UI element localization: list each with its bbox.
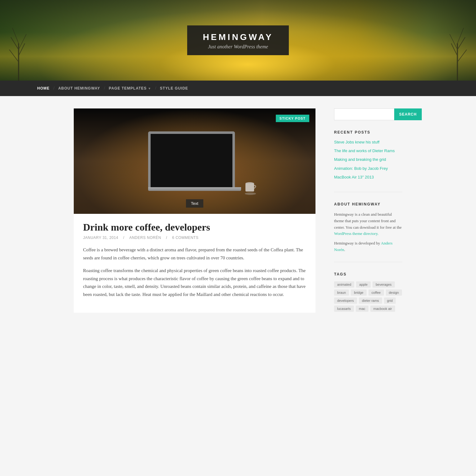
tree-left-icon bbox=[6, 19, 31, 81]
nav-home[interactable]: HOME bbox=[37, 81, 50, 96]
laptop-illustration bbox=[74, 108, 315, 214]
post-thumbnail: STICKY POST Text bbox=[74, 108, 315, 214]
meta-separator-1: / bbox=[123, 236, 124, 240]
about-theme-link[interactable]: WordPress theme directory. bbox=[334, 231, 379, 236]
svg-line-8 bbox=[451, 43, 457, 56]
recent-posts-list: Steve Jobs knew his stuffThe life and wo… bbox=[334, 139, 402, 180]
tag-item[interactable]: bridge bbox=[351, 289, 367, 296]
svg-line-9 bbox=[457, 37, 465, 50]
post-comments[interactable]: 6 COMMENTS bbox=[172, 236, 198, 240]
about-text-1: Hemingway is a clean and beautiful theme… bbox=[334, 212, 402, 230]
dropdown-arrow-icon: ▼ bbox=[148, 87, 151, 90]
site-header: HEMINGWAY Just another WordPress theme bbox=[0, 0, 476, 81]
svg-line-1 bbox=[9, 50, 19, 62]
post-author[interactable]: ANDERS NORÉN bbox=[129, 236, 161, 240]
svg-line-3 bbox=[11, 37, 19, 50]
post-article: STICKY POST Text Drink more coffee, deve… bbox=[74, 108, 315, 313]
about-text: Hemingway is a clean and beautiful theme… bbox=[334, 211, 402, 237]
post-date: JANUARY 31, 2014 bbox=[83, 236, 118, 240]
tags-title: TAGS bbox=[334, 272, 402, 276]
tag-item[interactable]: animated bbox=[334, 281, 354, 288]
recent-posts-title: RECENT POSTS bbox=[334, 130, 402, 134]
tag-item[interactable]: macbook air bbox=[370, 306, 395, 312]
recent-post-link[interactable]: Steve Jobs knew his stuff bbox=[334, 139, 402, 145]
tag-item[interactable]: design bbox=[386, 289, 402, 296]
recent-post-link[interactable]: Animation: Bob by Jacob Frey bbox=[334, 166, 402, 171]
tag-item[interactable]: mac bbox=[356, 306, 368, 312]
post-body: Drink more coffee, developers JANUARY 31… bbox=[74, 214, 315, 313]
tags-widget: TAGS animatedapplebeveragesbraunbridgeco… bbox=[334, 272, 402, 320]
svg-line-4 bbox=[19, 34, 26, 50]
recent-post-link[interactable]: MacBook Air 13″ 2013 bbox=[334, 174, 402, 180]
tags-list: animatedapplebeveragesbraunbridgecoffeed… bbox=[334, 281, 402, 312]
site-navigation: HOME / ABOUT HEMINGWAY / PAGE TEMPLATES … bbox=[0, 81, 476, 96]
tag-item[interactable]: beverages bbox=[372, 281, 394, 288]
sticky-badge: STICKY POST bbox=[276, 115, 309, 122]
post-meta: JANUARY 31, 2014 / ANDERS NORÉN / 6 COMM… bbox=[83, 236, 306, 240]
nav-separator-3: / bbox=[151, 86, 160, 91]
search-input[interactable] bbox=[334, 108, 394, 120]
post-paragraph-1: Coffee is a brewed beverage with a disti… bbox=[83, 246, 306, 262]
tag-item[interactable]: developers bbox=[334, 298, 357, 304]
coffee-cup-icon bbox=[241, 177, 260, 195]
sidebar: SEARCH RECENT POSTS Steve Jobs knew his … bbox=[334, 108, 402, 330]
tag-item[interactable]: grid bbox=[384, 298, 396, 304]
site-content: STICKY POST Text Drink more coffee, deve… bbox=[68, 108, 408, 330]
svg-point-14 bbox=[245, 182, 254, 185]
nav-style-guide[interactable]: STYLE GUIDE bbox=[160, 81, 188, 96]
about-title: ABOUT HEMINGWAY bbox=[334, 202, 402, 206]
search-widget: SEARCH bbox=[334, 108, 402, 120]
laptop-base bbox=[148, 187, 241, 191]
tree-right-icon bbox=[445, 19, 470, 81]
tag-item[interactable]: apple bbox=[356, 281, 371, 288]
tag-item[interactable]: braun bbox=[334, 289, 349, 296]
about-text-2: Hemingway is developed by Anders Norén. bbox=[334, 240, 402, 253]
image-text-badge: Text bbox=[186, 199, 203, 208]
nav-page-templates[interactable]: PAGE TEMPLATES ▼ bbox=[109, 81, 151, 96]
tag-item[interactable]: lucasarts bbox=[334, 306, 354, 312]
nav-about[interactable]: ABOUT HEMINGWAY bbox=[58, 81, 100, 96]
svg-line-2 bbox=[19, 43, 25, 56]
recent-post-link[interactable]: The life and works of Dieter Rams bbox=[334, 148, 402, 154]
post-title[interactable]: Drink more coffee, developers bbox=[83, 221, 306, 233]
svg-line-7 bbox=[457, 50, 467, 62]
tag-item[interactable]: dieter rams bbox=[359, 298, 382, 304]
about-widget: ABOUT HEMINGWAY Hemingway is a clean and… bbox=[334, 202, 402, 262]
laptop-icon bbox=[148, 131, 241, 191]
recent-post-link[interactable]: Making and breaking the grid bbox=[334, 157, 402, 162]
nav-separator-2: / bbox=[100, 86, 109, 91]
post-paragraph-2: Roasting coffee transforms the chemical … bbox=[83, 267, 306, 298]
nav-separator-1: / bbox=[50, 86, 58, 91]
recent-posts-widget: RECENT POSTS Steve Jobs knew his stuffTh… bbox=[334, 130, 402, 192]
meta-separator-2: / bbox=[166, 236, 167, 240]
tag-item[interactable]: coffee bbox=[368, 289, 384, 296]
site-branding: HEMINGWAY Just another WordPress theme bbox=[187, 25, 289, 55]
search-button[interactable]: SEARCH bbox=[394, 108, 422, 120]
site-description: Just another WordPress theme bbox=[203, 44, 273, 50]
main-content: STICKY POST Text Drink more coffee, deve… bbox=[74, 108, 315, 330]
laptop-screen bbox=[148, 131, 235, 187]
svg-point-12 bbox=[245, 192, 256, 195]
svg-line-10 bbox=[450, 34, 457, 50]
site-title: HEMINGWAY bbox=[203, 32, 273, 42]
